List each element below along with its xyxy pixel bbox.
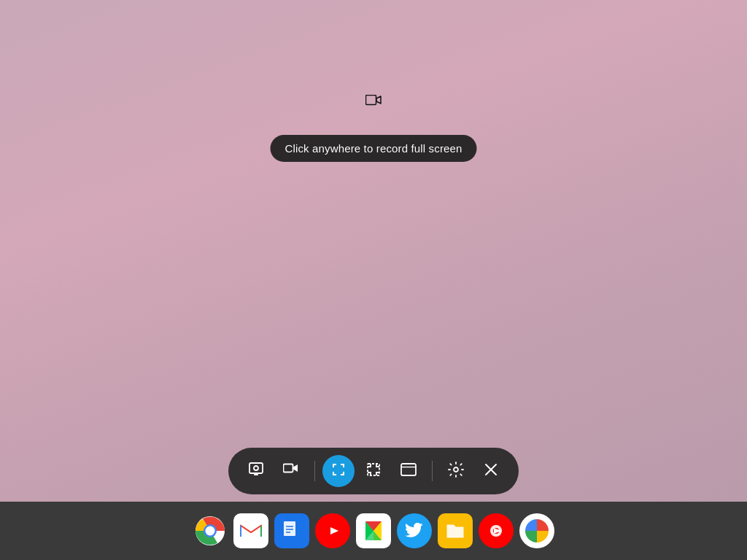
svg-rect-8 [401, 464, 416, 475]
svg-marker-6 [293, 464, 298, 472]
taskbar-icon-youtube-music[interactable] [479, 513, 514, 548]
settings-icon [448, 462, 464, 481]
svg-marker-1 [376, 96, 381, 104]
close-button[interactable] [475, 455, 507, 487]
svg-rect-17 [240, 525, 241, 537]
svg-point-15 [206, 526, 215, 536]
window-icon [400, 463, 417, 480]
video-icon [283, 463, 299, 480]
taskbar-icon-play[interactable] [356, 513, 391, 548]
svg-rect-5 [284, 464, 293, 472]
taskbar-icon-youtube[interactable] [315, 513, 350, 548]
svg-marker-23 [330, 527, 338, 534]
svg-rect-4 [254, 474, 258, 475]
screenshot-icon [248, 462, 264, 481]
video-button[interactable] [275, 455, 307, 487]
tooltip-text: Click anywhere to record full screen [285, 142, 462, 155]
taskbar-icon-files[interactable] [438, 513, 473, 548]
video-cursor-icon [365, 95, 382, 112]
close-icon [484, 462, 498, 481]
svg-rect-0 [366, 96, 376, 105]
screen-area[interactable]: Click anywhere to record full screen [0, 0, 747, 472]
svg-rect-19 [284, 521, 295, 536]
taskbar-icon-twitter[interactable] [397, 513, 432, 548]
settings-button[interactable] [440, 455, 472, 487]
record-tooltip: Click anywhere to record full screen [271, 135, 477, 162]
partial-screen-icon [365, 462, 382, 481]
svg-rect-7 [368, 464, 379, 475]
svg-point-10 [454, 467, 458, 472]
taskbar-icon-chrome[interactable] [193, 513, 228, 548]
taskbar-icon-photos[interactable] [519, 513, 554, 548]
taskbar-icon-gmail[interactable] [233, 513, 268, 548]
window-button[interactable] [392, 455, 425, 487]
screenshot-button[interactable] [240, 455, 272, 487]
toolbar-divider-1 [314, 461, 315, 481]
svg-rect-16 [240, 522, 262, 540]
taskbar [0, 502, 747, 560]
partial-screen-button[interactable] [357, 455, 390, 487]
svg-rect-2 [249, 463, 263, 473]
capture-toolbar [228, 448, 519, 494]
fullscreen-icon [330, 462, 347, 481]
svg-point-3 [254, 466, 258, 470]
fullscreen-button[interactable] [322, 455, 355, 487]
taskbar-icon-docs[interactable] [274, 513, 309, 548]
toolbar-divider-2 [432, 461, 433, 481]
svg-rect-18 [260, 525, 262, 537]
